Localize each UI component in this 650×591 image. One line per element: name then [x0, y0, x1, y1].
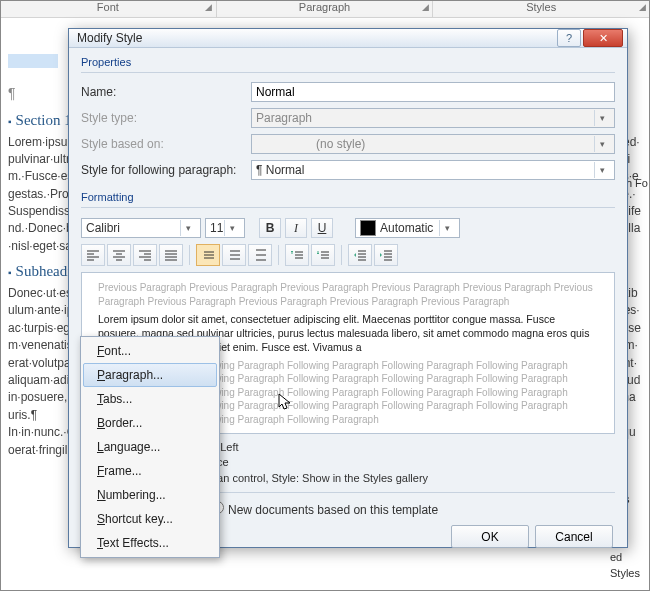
line-spacing-2-button[interactable]	[248, 244, 272, 266]
line-spacing-1-button[interactable]	[196, 244, 220, 266]
formatting-section-label: Formatting	[81, 191, 615, 203]
align-justify-button[interactable]	[159, 244, 183, 266]
name-label: Name:	[81, 85, 251, 99]
format-menu-item[interactable]: Language...	[83, 435, 217, 459]
ribbon-groups: Font◢ Paragraph◢ Styles◢	[0, 0, 650, 18]
format-menu-item[interactable]: Paragraph...	[83, 363, 217, 387]
style-following-combo[interactable]: ¶ Normal▾	[251, 160, 615, 180]
color-swatch-icon	[360, 220, 376, 236]
ribbon-group-paragraph: Paragraph◢	[217, 0, 434, 17]
indent-increase-button[interactable]	[374, 244, 398, 266]
para-space-increase-button[interactable]	[285, 244, 309, 266]
font-family-combo[interactable]: Calibri▾	[81, 218, 201, 238]
ribbon-group-font: Font◢	[0, 0, 217, 17]
format-menu-item[interactable]: Tabs...	[83, 387, 217, 411]
style-type-combo: Paragraph▾	[251, 108, 615, 128]
style-based-on-combo: (no style)▾	[251, 134, 615, 154]
dialog-launcher-icon[interactable]: ◢	[420, 2, 430, 12]
style-type-label: Style type:	[81, 111, 251, 125]
chevron-down-icon: ▾	[594, 136, 610, 152]
align-right-button[interactable]	[133, 244, 157, 266]
format-menu-popup: Font...Paragraph...Tabs...Border...Langu…	[80, 336, 220, 558]
dialog-titlebar[interactable]: Modify Style ? ✕	[69, 29, 627, 48]
chevron-down-icon[interactable]: ▾	[439, 220, 455, 236]
line-spacing-1.5-button[interactable]	[222, 244, 246, 266]
ok-button[interactable]: OK	[451, 525, 529, 548]
chevron-down-icon[interactable]: ▾	[224, 220, 240, 236]
underline-button[interactable]: U	[311, 218, 333, 238]
font-size-combo[interactable]: 11▾	[205, 218, 245, 238]
chevron-down-icon: ▾	[594, 110, 610, 126]
help-button[interactable]: ?	[557, 29, 581, 47]
format-menu-item[interactable]: Text Effects...	[83, 531, 217, 555]
bold-button[interactable]: B	[259, 218, 281, 238]
dialog-launcher-icon[interactable]: ◢	[637, 2, 647, 12]
preview-ghost-before: Previous Paragraph Previous Paragraph Pr…	[98, 281, 598, 308]
para-space-decrease-button[interactable]	[311, 244, 335, 266]
align-left-button[interactable]	[81, 244, 105, 266]
format-menu-item[interactable]: Shortcut key...	[83, 507, 217, 531]
ribbon-group-styles: Styles◢	[433, 0, 650, 17]
align-center-button[interactable]	[107, 244, 131, 266]
format-menu-item[interactable]: Border...	[83, 411, 217, 435]
cancel-button[interactable]: Cancel	[535, 525, 613, 548]
chevron-down-icon[interactable]: ▾	[594, 162, 610, 178]
style-based-on-label: Style based on:	[81, 137, 251, 151]
properties-section-label: Properties	[81, 56, 615, 68]
chevron-down-icon[interactable]: ▾	[180, 220, 196, 236]
radio-new-documents[interactable]: New documents based on this template	[211, 501, 438, 517]
format-menu-item[interactable]: Font...	[83, 339, 217, 363]
indent-decrease-button[interactable]	[348, 244, 372, 266]
font-color-combo[interactable]: Automatic▾	[355, 218, 460, 238]
dialog-launcher-icon[interactable]: ◢	[204, 2, 214, 12]
italic-button[interactable]: I	[285, 218, 307, 238]
name-input[interactable]	[251, 82, 615, 102]
pilcrow-icon: ¶	[8, 85, 16, 101]
close-button[interactable]: ✕	[583, 29, 623, 47]
format-menu-item[interactable]: Frame...	[83, 459, 217, 483]
format-menu-item[interactable]: Numbering...	[83, 483, 217, 507]
style-following-label: Style for following paragraph:	[81, 163, 251, 177]
dialog-title: Modify Style	[77, 31, 555, 45]
selection-highlight	[8, 54, 58, 68]
